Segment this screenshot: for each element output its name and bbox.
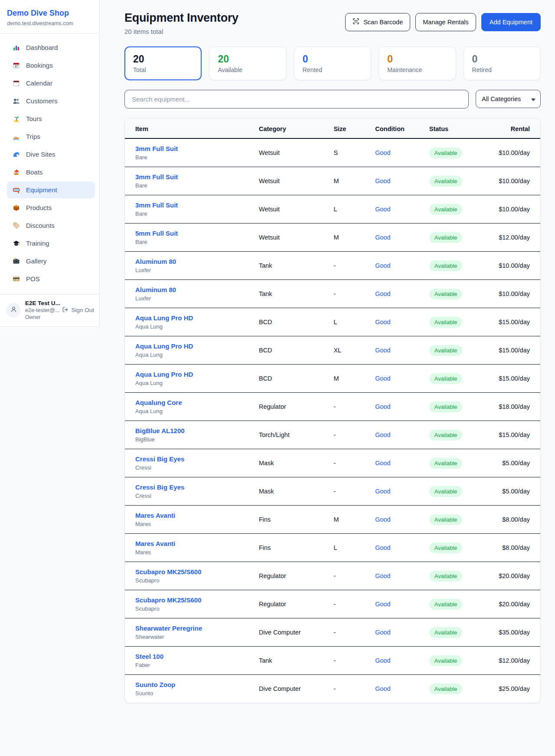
sidebar-item-calendar[interactable]: Calendar [7,75,95,92]
stat-card-total[interactable]: 20Total [124,46,202,80]
condition-link[interactable]: Good [375,629,390,636]
sidebar-item-dashboard[interactable]: Dashboard [7,39,95,56]
item-name-link[interactable]: Shearwater Peregrine [135,625,248,632]
status-cell: Available [424,618,486,647]
condition-link[interactable]: Good [375,206,390,213]
table-row[interactable]: Aluminum 80LuxferTank-GoodAvailable$10.0… [125,252,540,280]
sidebar-item-training[interactable]: Training [7,235,95,252]
scan-barcode-label: Scan Barcode [363,19,403,26]
table-row[interactable]: Scubapro MK25/S600ScubaproRegulator-Good… [125,562,540,590]
condition-link[interactable]: Good [375,375,390,382]
scan-barcode-button[interactable]: Scan Barcode [345,13,410,31]
stat-card-retired[interactable]: 0Retired [464,46,541,80]
sidebar-item-products[interactable]: Products [7,199,95,216]
item-name-link[interactable]: 3mm Full Suit [135,173,248,181]
stat-card-rented[interactable]: 0Rented [294,46,371,80]
item-name-link[interactable]: Aqualung Core [135,399,248,406]
table-row[interactable]: Aqua Lung Pro HDAqua LungBCDLGoodAvailab… [125,308,540,336]
condition-link[interactable]: Good [375,431,390,438]
condition-link[interactable]: Good [375,516,390,523]
item-name-link[interactable]: Scubapro MK25/S600 [135,596,248,604]
condition-link[interactable]: Good [375,234,390,241]
item-cell: 3mm Full SuitBare [125,195,254,224]
column-header-size: Size [328,118,370,138]
table-row[interactable]: 3mm Full SuitBareWetsuitSGoodAvailable$1… [125,138,540,167]
item-name-link[interactable]: Scubapro MK25/S600 [135,568,248,575]
item-name-link[interactable]: Aqua Lung Pro HD [135,342,248,350]
item-name-link[interactable]: Aluminum 80 [135,258,248,265]
rental-cell: $8.00/day [486,506,540,534]
manage-rentals-button[interactable]: Manage Rentals [415,13,476,31]
condition-link[interactable]: Good [375,685,390,692]
rental-cell: $35.00/day [486,618,540,647]
item-name-link[interactable]: Cressi Big Eyes [135,455,248,463]
item-name-link[interactable]: Cressi Big Eyes [135,483,248,491]
item-name-link[interactable]: 3mm Full Suit [135,145,248,152]
condition-link[interactable]: Good [375,347,390,354]
status-cell: Available [424,365,486,393]
table-row[interactable]: Aqua Lung Pro HDAqua LungBCDXLGoodAvaila… [125,336,540,365]
item-name-link[interactable]: 5mm Full Suit [135,230,248,237]
table-row[interactable]: 3mm Full SuitBareWetsuitMGoodAvailable$1… [125,167,540,195]
condition-link[interactable]: Good [375,149,390,156]
table-row[interactable]: Mares AvantiMaresFinsMGoodAvailable$8.00… [125,506,540,534]
condition-link[interactable]: Good [375,290,390,297]
category-select[interactable]: All Categories [476,90,541,108]
add-equipment-button[interactable]: Add Equipment [481,13,541,31]
category-cell: Torch/Light [254,421,328,449]
table-row[interactable]: Suunto ZoopSuuntoDive Computer-GoodAvail… [125,675,540,703]
sidebar-item-boats[interactable]: Boats [7,164,95,181]
item-name-link[interactable]: Suunto Zoop [135,681,248,688]
condition-link[interactable]: Good [375,601,390,608]
condition-cell: Good [370,195,424,224]
condition-link[interactable]: Good [375,262,390,269]
condition-link[interactable]: Good [375,657,390,664]
stat-value: 20 [218,53,278,65]
table-row[interactable]: Aqua Lung Pro HDAqua LungBCDMGoodAvailab… [125,365,540,393]
table-row[interactable]: BigBlue AL1200BigBlueTorch/Light-GoodAva… [125,421,540,449]
sidebar-item-dive-sites[interactable]: Dive Sites [7,146,95,163]
sidebar-item-bookings[interactable]: 17Bookings [7,57,95,74]
stat-card-maintenance[interactable]: 0Maintenance [379,46,456,80]
table-row[interactable]: Cressi Big EyesCressiMask-GoodAvailable$… [125,449,540,477]
item-name-link[interactable]: Aqua Lung Pro HD [135,314,248,322]
item-brand: Mares [135,549,248,555]
brand-name[interactable]: Demo Dive Shop [7,9,92,18]
sidebar-item-trips[interactable]: Trips [7,128,95,145]
item-name-link[interactable]: Aluminum 80 [135,286,248,293]
sidebar-item-discounts[interactable]: Discounts [7,217,95,234]
size-cell: - [328,675,370,703]
condition-link[interactable]: Good [375,177,390,184]
condition-link[interactable]: Good [375,544,390,551]
condition-link[interactable]: Good [375,460,390,467]
item-name-link[interactable]: Mares Avanti [135,540,248,547]
table-row[interactable]: Aluminum 80LuxferTank-GoodAvailable$10.0… [125,280,540,308]
table-row[interactable]: Steel 100FaberTank-GoodAvailable$12.00/d… [125,647,540,675]
table-row[interactable]: Scubapro MK25/S600ScubaproRegulator-Good… [125,590,540,618]
sidebar-item-tours[interactable]: Tours [7,110,95,127]
item-brand: Bare [135,210,248,217]
condition-link[interactable]: Good [375,572,390,579]
condition-link[interactable]: Good [375,488,390,495]
item-name-link[interactable]: Mares Avanti [135,512,248,519]
table-row[interactable]: Cressi Big EyesCressiMask-GoodAvailable$… [125,477,540,506]
stat-card-available[interactable]: 20Available [209,46,286,80]
condition-link[interactable]: Good [375,403,390,410]
sign-out-button[interactable]: Sign Out [62,306,94,314]
sidebar-item-pos[interactable]: POS [7,270,95,287]
item-name-link[interactable]: Aqua Lung Pro HD [135,371,248,378]
category-cell: Wetsuit [254,224,328,252]
table-row[interactable]: Mares AvantiMaresFinsLGoodAvailable$8.00… [125,534,540,562]
search-input[interactable] [124,90,469,108]
table-row[interactable]: Shearwater PeregrineShearwaterDive Compu… [125,618,540,647]
table-row[interactable]: 3mm Full SuitBareWetsuitLGoodAvailable$1… [125,195,540,224]
sidebar-item-customers[interactable]: Customers [7,92,95,109]
table-row[interactable]: 5mm Full SuitBareWetsuitMGoodAvailable$1… [125,224,540,252]
table-row[interactable]: Aqualung CoreAqua LungRegulator-GoodAvai… [125,393,540,421]
item-name-link[interactable]: Steel 100 [135,653,248,660]
condition-link[interactable]: Good [375,319,390,325]
item-name-link[interactable]: 3mm Full Suit [135,201,248,209]
item-name-link[interactable]: BigBlue AL1200 [135,427,248,434]
sidebar-item-equipment[interactable]: Equipment [7,181,95,198]
sidebar-item-gallery[interactable]: Gallery [7,253,95,270]
